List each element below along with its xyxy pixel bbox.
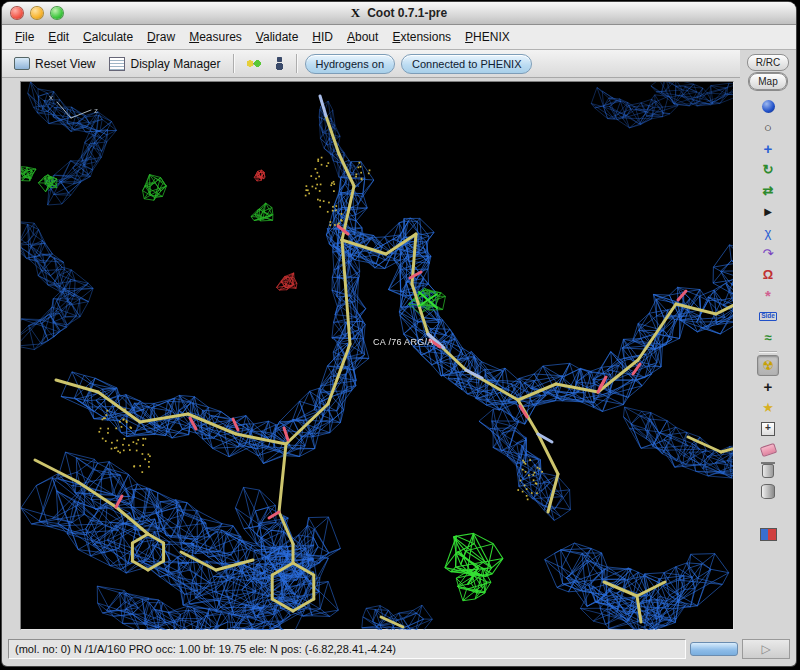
rtool-magnet-button[interactable]: Ω [757, 264, 779, 285]
cylinder-icon [761, 484, 775, 499]
expander-panel[interactable]: ▷ [742, 639, 790, 659]
chi-angle-icon: χ [765, 226, 772, 239]
reset-view-button[interactable]: Reset View [10, 55, 99, 73]
rtool-eraser-button[interactable] [757, 439, 779, 460]
menu-phenix[interactable]: PHENIX [458, 27, 517, 47]
sphere-icon [762, 100, 775, 113]
toolbar-separator [233, 54, 234, 73]
image-icon [760, 528, 777, 541]
x11-icon: X [351, 5, 360, 20]
eraser-icon [759, 442, 776, 456]
coot-window: XCoot 0.7.1-pre File Edit Calculate Draw… [2, 2, 796, 666]
play-triangle-icon: ▶ [764, 207, 772, 217]
menu-draw[interactable]: Draw [140, 27, 182, 47]
circle-icon: ○ [764, 121, 772, 134]
menu-about[interactable]: About [340, 27, 385, 47]
window-controls [11, 7, 63, 19]
molecular-viewport[interactable] [21, 82, 733, 630]
display-manager-button[interactable]: Display Manager [105, 55, 224, 73]
minimize-button[interactable] [31, 7, 43, 19]
rtool-star-button[interactable]: ★ [757, 397, 779, 418]
radiation-icon: ☢ [762, 359, 774, 372]
left-column: Reset View Display Manager Hydrogens on … [2, 50, 740, 636]
rtool-chi-button[interactable]: χ [757, 222, 779, 243]
menu-edit[interactable]: Edit [41, 27, 76, 47]
figure-icon [275, 56, 284, 71]
asterisk-icon: * [765, 288, 771, 303]
magnet-icon: Ω [763, 268, 773, 281]
curved-arrow-icon: ↷ [763, 247, 774, 260]
menu-bar: File Edit Calculate Draw Measures Valida… [2, 25, 796, 50]
zoom-button[interactable] [51, 7, 63, 19]
monitor-icon [14, 57, 30, 70]
menu-file[interactable]: File [8, 27, 41, 47]
rrc-button[interactable]: R/RC [747, 54, 789, 71]
toolbar-separator [759, 351, 777, 352]
right-column: R/RC Map ○ + ↻ ⇄ ▶ χ ↷ Ω * Side ≈ ☢ + ★ … [740, 50, 796, 636]
status-scrollbar-thumb[interactable] [690, 642, 738, 656]
close-button[interactable] [11, 7, 23, 19]
menu-measures[interactable]: Measures [182, 27, 249, 47]
rtool-rotate-button[interactable]: ↻ [757, 159, 779, 180]
waves-icon: ≈ [764, 331, 771, 344]
menu-validate[interactable]: Validate [249, 27, 306, 47]
status-text: (mol. no: 0) N /1/A/160 PRO occ: 1.00 bf… [15, 643, 396, 655]
rtool-sphere-button[interactable] [757, 96, 779, 117]
hydrogens-toggle-button[interactable]: Hydrogens on [305, 54, 396, 74]
rtool-curve-button[interactable]: ↷ [757, 243, 779, 264]
rtool-radiation-button[interactable]: ☢ [757, 355, 779, 376]
rtool-trash-button[interactable] [757, 460, 779, 481]
modelling-toolbar: ○ + ↻ ⇄ ▶ χ ↷ Ω * Side ≈ ☢ + ★ + [755, 96, 781, 636]
trash-icon [762, 464, 774, 478]
rtool-asterisk-button[interactable]: * [757, 285, 779, 306]
status-bar: (mol. no: 0) N /1/A/160 PRO occ: 1.00 bf… [8, 639, 686, 659]
rtool-image-button[interactable] [757, 524, 779, 545]
move-cross-icon: + [764, 141, 773, 156]
phenix-status-button[interactable]: Connected to PHENIX [401, 54, 532, 74]
map-button[interactable]: Map [749, 73, 786, 90]
menu-calculate[interactable]: Calculate [76, 27, 140, 47]
rtool-move-button[interactable]: + [757, 138, 779, 159]
rotate-arrow-icon: ↻ [763, 163, 774, 176]
side-chain-icon: Side [759, 312, 777, 321]
model-tool-button[interactable] [242, 57, 265, 70]
reset-view-label: Reset View [35, 57, 95, 71]
rtool-plus-box-button[interactable]: + [757, 418, 779, 439]
swap-arrows-icon: ⇄ [763, 184, 774, 197]
goto-atom-button[interactable] [271, 54, 288, 73]
display-manager-label: Display Manager [130, 57, 220, 71]
rtool-waves-button[interactable]: ≈ [757, 327, 779, 348]
rtool-circle-button[interactable]: ○ [757, 117, 779, 138]
window-title: XCoot 0.7.1-pre [2, 5, 796, 21]
dumbbell-icon [246, 59, 261, 68]
rtool-side-chain-button[interactable]: Side [757, 306, 779, 327]
window-title-text: Coot 0.7.1-pre [367, 6, 447, 20]
rtool-plus-button[interactable]: + [757, 376, 779, 397]
menu-extensions[interactable]: Extensions [385, 27, 458, 47]
menu-hid[interactable]: HID [305, 27, 340, 47]
rtool-swap-button[interactable]: ⇄ [757, 180, 779, 201]
status-row: (mol. no: 0) N /1/A/160 PRO occ: 1.00 bf… [2, 636, 796, 666]
plus-icon: + [764, 379, 773, 394]
viewport-frame: CA /76 ARG/A [20, 81, 734, 630]
main-toolbar: Reset View Display Manager Hydrogens on … [2, 50, 740, 78]
title-bar[interactable]: XCoot 0.7.1-pre [2, 2, 796, 25]
main-row: Reset View Display Manager Hydrogens on … [2, 50, 796, 636]
list-icon [109, 57, 125, 71]
star-icon: ★ [762, 401, 774, 414]
rtool-play-button[interactable]: ▶ [757, 201, 779, 222]
triangle-right-icon: ▷ [761, 642, 770, 656]
rtool-cylinder-button[interactable] [757, 481, 779, 502]
plus-box-icon: + [761, 422, 775, 436]
toolbar-separator [296, 54, 297, 73]
